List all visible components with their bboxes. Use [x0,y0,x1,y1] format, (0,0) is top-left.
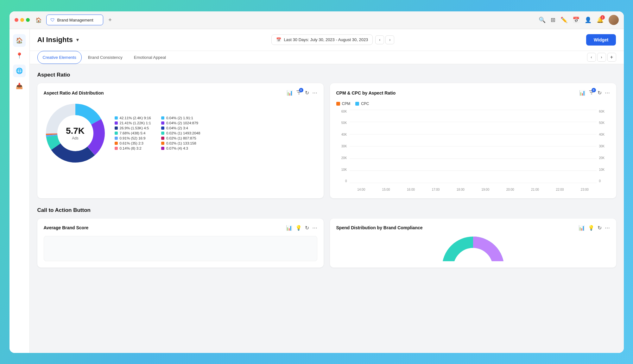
cta-section-title: Call to Action Button [37,207,616,213]
legend-color-3 [115,126,118,130]
aspect-ratio-distribution-card: Aspect Ratio Ad Distribution 📊 8 ↻ [37,83,324,198]
donut-total-label: Ads [66,136,85,140]
filter-badge: 8 [299,88,303,92]
legend-label-7: 0.14% (8) 3:2 [120,146,142,150]
distribution-card-title: Aspect Ratio Ad Distribution [44,90,104,96]
bars-container [350,110,597,183]
dropdown-chevron[interactable]: ▼ [75,37,80,42]
edit-icon[interactable]: ✏️ [560,16,567,23]
bar-chart-icon-btn-3[interactable]: 📊 [286,225,292,231]
legend-label-11: 0.04% (2) 3:4 [166,126,188,130]
close-dot[interactable] [15,18,18,22]
home-button[interactable]: 🏠 [34,15,44,25]
refresh-btn-3[interactable]: ↻ [305,225,309,231]
refresh-btn-2[interactable]: ↻ [598,90,602,96]
browser-tab[interactable]: 🛡 Brand Management [46,15,103,25]
aspect-ratio-section-title: Aspect Ratio [37,72,616,78]
spend-distribution-actions: 📊 💡 ↻ ⋯ [579,225,610,231]
legend-item-3: 26.9% (1.53K) 4:5 [115,126,154,130]
cpc-color [355,102,359,106]
brand-score-actions: 📊 💡 ↻ ⋯ [286,225,317,231]
date-prev-button[interactable]: ‹ [375,35,384,44]
sidebar-item-home[interactable]: 🏠 [13,34,26,47]
y-label-50k: 50K [341,121,347,125]
bell-icon[interactable]: 🔔 1 [597,16,604,23]
cta-cards-row: Average Brand Score 📊 💡 ↻ ⋯ [37,219,616,268]
bar-chart-icon-btn-4[interactable]: 📊 [579,225,585,231]
maximize-dot[interactable] [26,18,30,22]
brand-score-content [44,236,317,261]
legend-cpm: CPM [336,102,351,106]
filter-badge-2: 8 [592,88,596,92]
more-btn-2[interactable]: ⋯ [605,90,610,96]
refresh-btn-4[interactable]: ↻ [598,225,602,231]
grid-icon[interactable]: ⊞ [551,16,555,23]
legend-item-14: 0.02% (1) 133:158 [161,141,200,145]
more-btn[interactable]: ⋯ [312,90,317,96]
search-icon[interactable]: 🔍 [539,16,546,23]
content-area: AI Insights ▼ 📅 Last 30 Days: July 30, 2… [30,29,624,353]
filter-btn-2[interactable]: 8 [589,89,594,96]
legend-label-12: 0.02% (1) 1493:2048 [166,131,200,135]
tab-brand-consistency[interactable]: Brand Consistency [83,51,128,64]
x-label-8: 21:00 [523,188,547,191]
more-btn-3[interactable]: ⋯ [312,225,317,231]
legend-color-2 [115,121,118,125]
bar-chart-icon-btn-2[interactable]: 📊 [579,90,586,96]
tab-add-button[interactable]: + [607,53,616,62]
sidebar-item-location[interactable]: 📍 [13,49,26,62]
bar-chart-legend: CPM CPC [336,102,610,106]
x-label-2: 15:00 [374,188,398,191]
more-btn-4[interactable]: ⋯ [605,225,610,231]
x-axis-labels: 14:00 15:00 16:00 17:00 18:00 19:00 20:0… [350,188,597,191]
spend-distribution-card: Spend Distribution by Brand Compliance 📊… [330,219,616,268]
legend-label-14: 0.02% (1) 133:158 [166,141,196,145]
date-range-button[interactable]: 📅 Last 30 Days: July 30, 2023 - August 3… [271,34,373,45]
bulb-btn[interactable]: 💡 [295,225,302,231]
legend-label-13: 0.02% (1) 807:875 [166,136,196,140]
x-label-5: 18:00 [449,188,472,191]
legend-color-5 [115,137,118,140]
brand-score-card: Average Brand Score 📊 💡 ↻ ⋯ [37,219,324,268]
sidebar-item-globe[interactable]: 🌐 [13,65,26,77]
legend-color-1 [115,116,118,120]
legend-label-4: 7.68% (438) 5:4 [120,131,146,135]
y-label-60k: 60K [341,110,347,113]
y-label-0: 0 [345,179,347,183]
tab-creative-elements[interactable]: Creative Elements [37,51,82,64]
bar-chart-icon-btn[interactable]: 📊 [287,90,293,96]
legend-item-12: 0.02% (1) 1493:2048 [161,131,200,135]
aspect-ratio-cards-row: Aspect Ratio Ad Distribution 📊 8 ↻ [37,83,616,198]
legend-item-6: 0.61% (35) 2:3 [115,141,154,145]
tab-prev-button[interactable]: ‹ [587,53,596,62]
new-tab-button[interactable]: + [106,15,115,24]
avatar[interactable] [609,15,619,25]
minimize-dot[interactable] [20,18,24,22]
legend-color-14 [161,142,164,145]
widget-button[interactable]: Widget [586,34,616,46]
tab-emotional-appeal[interactable]: Emotional Appeal [129,51,171,64]
legend-color-7 [115,147,118,150]
shield-icon: 🛡 [50,17,55,22]
cpc-label: CPC [361,102,369,106]
user-plus-icon[interactable]: 👤 [585,16,592,23]
donut-center-text: 5.7K Ads [66,126,85,140]
calendar-icon[interactable]: 📅 [573,16,579,23]
bulb-btn-2[interactable]: 💡 [588,225,594,231]
tab-next-button[interactable]: › [597,53,606,62]
y-label-20k: 20K [341,156,347,160]
tab-bar: 🏠 🛡 Brand Management + [34,15,535,25]
browser-chrome: 🏠 🛡 Brand Management + 🔍 ⊞ ✏️ 📅 👤 🔔 1 [9,11,624,29]
legend-item-5: 0.91% (52) 16:9 [115,136,154,140]
legend-label-5: 0.91% (52) 16:9 [120,136,146,140]
date-next-button[interactable]: › [385,35,394,44]
brand-score-header: Average Brand Score 📊 💡 ↻ ⋯ [44,225,317,231]
y-axis-left: 60K 50K 40K 30K 20K 10K 0 [336,110,348,183]
cpm-cpc-card-actions: 📊 8 ↻ ⋯ [579,89,610,96]
donut-legend: 42.11% (2.4K) 9:16 0.04% (2) 1.91:1 21.4… [115,116,200,150]
legend-item-13: 0.02% (1) 807:875 [161,136,200,140]
cpm-color [336,102,340,106]
refresh-btn[interactable]: ↻ [305,90,309,96]
sidebar-item-inbox[interactable]: 📥 [13,80,26,92]
filter-btn[interactable]: 8 [296,89,302,96]
